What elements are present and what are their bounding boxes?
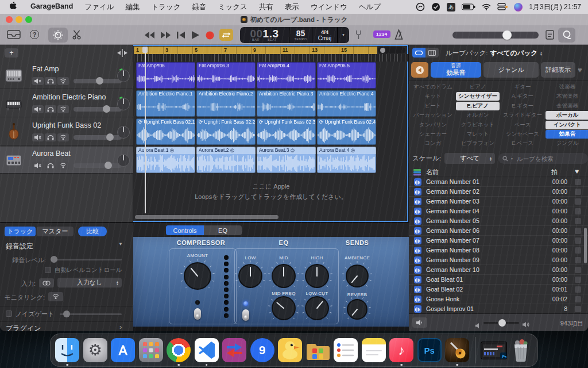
- dock-reminders-icon[interactable]: [334, 338, 358, 362]
- monitoring-button[interactable]: [48, 292, 63, 301]
- timeline-zoom-slider[interactable]: [378, 47, 405, 53]
- low-knob[interactable]: [234, 260, 266, 294]
- keyword-ボーカル[interactable]: ボーカル: [546, 111, 588, 120]
- search-input[interactable]: [516, 155, 579, 163]
- ambience-knob[interactable]: [342, 260, 373, 294]
- record-button[interactable]: [206, 31, 214, 40]
- keyword-A.ギター[interactable]: A.ギター: [501, 92, 544, 101]
- eq-switch[interactable]: [242, 309, 249, 321]
- dock-photoshop-icon[interactable]: Ps: [417, 338, 442, 362]
- solo-button[interactable]: [45, 77, 56, 85]
- pan-knob[interactable]: [116, 153, 131, 168]
- keyword-ベース[interactable]: ベース: [501, 121, 544, 129]
- region-upright-funk-bass-02-3[interactable]: ⟳ Upright Funk Bass 02.3: [257, 118, 316, 145]
- loop-row[interactable]: German Number 0300:00: [409, 196, 588, 206]
- go-to-beginning-button[interactable]: [177, 32, 185, 39]
- input-monitor-button[interactable]: [57, 77, 69, 85]
- tuner-icon[interactable]: [355, 30, 362, 40]
- track-header-2[interactable]: Ambition Electric Piano: [0, 90, 133, 117]
- keyword-E.ベース[interactable]: E.ベース: [501, 139, 544, 148]
- column-favorite-heart-icon[interactable]: ♥: [575, 167, 579, 175]
- check-status-icon[interactable]: [431, 2, 440, 12]
- favorites-heart-icon[interactable]: ♥: [578, 66, 582, 74]
- menu-6[interactable]: 共有: [253, 2, 279, 12]
- media-browser-button[interactable]: [7, 29, 21, 40]
- dock-minimized-window-icon[interactable]: Ps: [481, 338, 505, 362]
- track-volume-slider[interactable]: [74, 79, 122, 83]
- keyword-弦楽器[interactable]: 弦楽器: [546, 83, 588, 91]
- docker-status-icon[interactable]: [497, 3, 508, 11]
- keyword-スライドギター[interactable]: スライドギター: [501, 111, 544, 120]
- track-header-1[interactable]: Fat Amp: [0, 62, 133, 89]
- input-format-button[interactable]: [39, 278, 54, 288]
- region-ambition-electric-piano-3[interactable]: Ambition Electric Piano.3: [257, 90, 316, 117]
- battery-icon[interactable]: [462, 3, 475, 10]
- instrument-fx-button[interactable]: 音源 効果音: [431, 62, 481, 78]
- mid-knob[interactable]: [268, 260, 300, 294]
- loop-favorite-checkbox[interactable]: [575, 277, 581, 283]
- scale-dropdown[interactable]: すべて ▲▼: [444, 153, 495, 164]
- region-aurora-beat-4[interactable]: Aurora Beat.4 ◎: [317, 147, 376, 173]
- loop-pack-dropdown[interactable]: ループパック: すべてのパック ▲▼: [446, 49, 543, 57]
- loop-row[interactable]: Gospel Improv 018: [409, 304, 588, 313]
- loop-favorite-checkbox[interactable]: [575, 218, 581, 224]
- region-ambition-electric-piano-4[interactable]: Ambition Electric Piano.4: [317, 90, 376, 117]
- dock-chrome-icon[interactable]: [167, 338, 191, 362]
- keyword-効果音[interactable]: 効果音: [546, 130, 588, 139]
- note-pad-button[interactable]: [546, 30, 554, 40]
- noise-gate-checkbox[interactable]: [6, 310, 12, 317]
- loop-favorite-checkbox[interactable]: [575, 228, 581, 234]
- mute-button[interactable]: [32, 105, 44, 113]
- detail-view-button[interactable]: 詳細表示: [541, 62, 575, 78]
- region-fat-amp-06-3[interactable]: Fat Amp#06.3: [196, 62, 256, 89]
- loop-favorite-checkbox[interactable]: [575, 267, 581, 273]
- region-fat-amp-06-4[interactable]: Fat Amp#06.4: [257, 62, 316, 89]
- loop-favorite-checkbox[interactable]: [575, 296, 581, 302]
- solo-button[interactable]: [45, 105, 56, 113]
- loop-favorite-checkbox[interactable]: [575, 208, 581, 214]
- input-source-badge[interactable]: あ: [447, 3, 455, 12]
- keyword-E.ピアノ[interactable]: E.ピアノ: [456, 102, 500, 110]
- compare-button[interactable]: 比較: [78, 227, 107, 236]
- noise-gate-knob[interactable]: [63, 310, 70, 317]
- track-volume-knob[interactable]: [106, 133, 114, 141]
- keyword-オルガン[interactable]: オルガン: [456, 111, 500, 120]
- playhead[interactable]: [145, 48, 146, 213]
- editors-button[interactable]: [72, 30, 81, 40]
- loop-row[interactable]: German Number 0600:00: [409, 225, 588, 235]
- dock-garageband-icon[interactable]: [445, 338, 469, 362]
- auto-level-checkbox[interactable]: [45, 267, 51, 273]
- track-header-4[interactable]: Aurora Beat: [0, 147, 133, 174]
- menu-8[interactable]: ウインドウ: [305, 2, 353, 12]
- loop-row[interactable]: German Number 0500:00: [409, 216, 588, 225]
- loop-favorite-checkbox[interactable]: [575, 198, 581, 205]
- menu-1[interactable]: ファイル: [79, 2, 119, 12]
- column-beats[interactable]: 拍: [551, 168, 558, 177]
- region-upright-funk-bass-02-4[interactable]: ⟳ Upright Funk Bass 02.4: [317, 118, 376, 145]
- fast-forward-button[interactable]: [161, 32, 171, 39]
- chevron-right-icon[interactable]: ›: [119, 323, 122, 331]
- keyword-シンセサイザー[interactable]: シンセサイザー: [456, 92, 500, 101]
- tab-track[interactable]: トラック: [5, 227, 36, 236]
- region-ambition-electric-piano-2[interactable]: Ambition Electric Piano.2: [196, 90, 256, 117]
- input-monitor-button[interactable]: [57, 105, 69, 113]
- quick-help-button[interactable]: ?: [30, 30, 39, 39]
- menu-5[interactable]: ミックス: [212, 2, 253, 12]
- loop-row[interactable]: German Number 0200:00: [409, 186, 588, 196]
- loop-row[interactable]: Goat Bleat 0100:00: [409, 274, 588, 284]
- lcd-chevron[interactable]: ▼: [338, 27, 349, 43]
- reverb-knob[interactable]: [343, 295, 372, 326]
- loop-row[interactable]: German Number 0800:00: [409, 245, 588, 255]
- loop-favorite-checkbox[interactable]: [575, 286, 581, 293]
- compressor-switch[interactable]: [194, 308, 201, 320]
- region-upright-funk-bass-02-2[interactable]: ⟳ Upright Funk Bass 02.2: [196, 118, 256, 145]
- keyword-ピアノ[interactable]: ピアノ: [456, 83, 500, 91]
- solo-button[interactable]: [45, 162, 56, 170]
- keyword-E.ギター[interactable]: E.ギター: [501, 102, 544, 110]
- count-in-button[interactable]: 1234: [373, 30, 390, 38]
- master-volume-knob[interactable]: [502, 30, 512, 40]
- keyword-ギター[interactable]: ギター: [501, 83, 544, 91]
- keyword-すべてのドラム[interactable]: すべてのドラム: [411, 83, 455, 91]
- menu-clock[interactable]: 1月3日(月) 21:57: [529, 2, 581, 12]
- keyword-ジングル[interactable]: ジングル: [546, 139, 588, 148]
